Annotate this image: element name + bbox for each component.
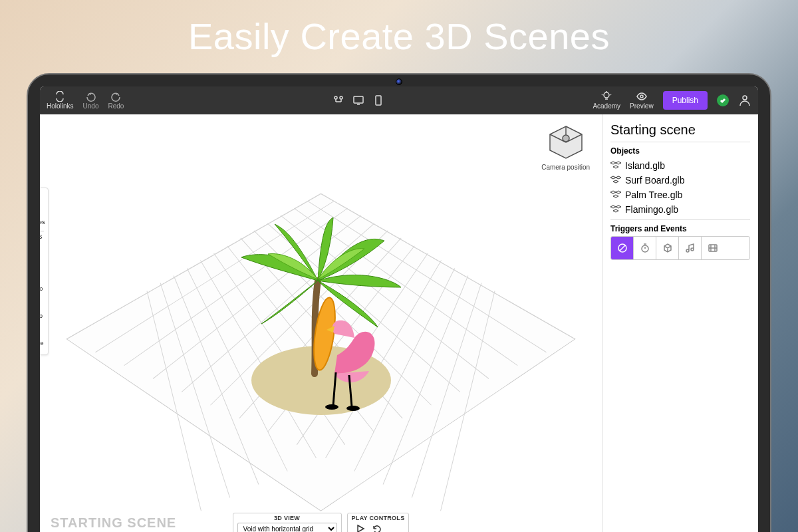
camera-position-gizmo[interactable]: Camera position — [541, 122, 590, 171]
hero-headline: Easily Create 3D Scenes — [0, 15, 798, 58]
svg-point-4 — [604, 92, 609, 98]
brand-logo[interactable]: Hololinks — [47, 91, 74, 110]
academy-button[interactable]: Academy — [593, 91, 620, 110]
divider — [610, 219, 750, 220]
add-image-label: Add image — [40, 340, 44, 346]
upload-files-button[interactable]: Upload files — [40, 202, 45, 229]
left-toolbar: Upload Upload files Libraries Add 3D Add… — [40, 188, 49, 355]
headset-icon — [333, 95, 344, 106]
svg-rect-3 — [376, 96, 381, 105]
triggers-toolbar — [610, 236, 750, 260]
vr-preview[interactable] — [333, 95, 344, 106]
restart-icon[interactable] — [372, 524, 381, 532]
academy-label: Academy — [593, 102, 620, 110]
redo-button[interactable]: Redo — [108, 91, 124, 110]
object-label: Palm Tree.glb — [625, 190, 682, 200]
add-image-button[interactable]: Add image — [40, 323, 45, 350]
lightbulb-icon — [601, 91, 612, 102]
mobile-preview[interactable] — [373, 95, 384, 106]
undo-label: Undo — [83, 102, 99, 110]
trigger-audio[interactable] — [679, 237, 702, 259]
save-status-indicator — [717, 94, 729, 106]
scene-name-overlay: STARTING SCENE — [51, 515, 176, 531]
object-item[interactable]: Surf Board.glb — [610, 173, 750, 188]
mesh-icon — [610, 190, 621, 200]
add-3d-button[interactable]: Add 3D — [40, 241, 45, 269]
desktop-preview[interactable] — [353, 95, 364, 106]
view-mode-select[interactable]: Void with horizontal grid — [237, 523, 337, 532]
eye-icon — [636, 91, 647, 102]
app-screen: Hololinks Undo Redo — [40, 86, 758, 532]
divider — [40, 231, 44, 231]
svg-point-0 — [334, 96, 337, 99]
add-video-button[interactable]: Add video — [40, 296, 45, 323]
libraries-header: Libraries — [40, 233, 45, 240]
play-icon[interactable] — [356, 524, 365, 532]
object-item[interactable]: Island.glb — [610, 158, 750, 173]
phone-icon — [373, 95, 384, 106]
user-icon — [738, 94, 751, 107]
undo-icon — [86, 91, 96, 102]
laptop-camera — [396, 78, 402, 85]
svg-rect-2 — [354, 96, 363, 103]
scene-objects — [221, 207, 421, 427]
workspace: Camera position Upload Upload files Libr… — [40, 114, 758, 532]
add-video-label: Add video — [40, 313, 43, 319]
trigger-object[interactable] — [656, 237, 679, 259]
object-item[interactable]: Flamingo.glb — [610, 202, 750, 217]
viewport-footer: 3D VIEW Void with horizontal grid PLAY C… — [233, 513, 410, 532]
objects-section-label: Objects — [610, 146, 750, 156]
play-controls-label: PLAY CONTROLS — [352, 515, 405, 521]
object-label: Island.glb — [625, 160, 665, 171]
trigger-timer[interactable] — [634, 237, 656, 259]
trigger-video[interactable] — [702, 237, 724, 259]
svg-point-11 — [346, 406, 360, 411]
svg-point-12 — [334, 321, 345, 331]
triggers-section-label: Triggers and Events — [610, 224, 750, 233]
monitor-icon — [353, 95, 364, 106]
divider — [610, 142, 750, 142]
camera-gizmo-label: Camera position — [541, 164, 590, 171]
svg-point-6 — [743, 96, 747, 100]
mesh-icon — [610, 175, 621, 186]
3d-view-selector: 3D VIEW Void with horizontal grid — [233, 513, 342, 532]
svg-point-10 — [325, 404, 338, 410]
svg-point-1 — [340, 96, 342, 99]
add-audio-label: Add audio — [40, 286, 43, 292]
brand-label: Hololinks — [47, 102, 74, 110]
object-item[interactable]: Palm Tree.glb — [610, 188, 750, 202]
play-controls-box: PLAY CONTROLS — [347, 513, 410, 532]
svg-point-14 — [563, 135, 569, 142]
trigger-none[interactable] — [611, 237, 634, 259]
undo-button[interactable]: Undo — [83, 91, 99, 110]
user-menu[interactable] — [738, 94, 751, 107]
hololinks-logo-icon — [55, 91, 65, 102]
top-toolbar: Hololinks Undo Redo — [40, 86, 758, 114]
laptop-frame: Hololinks Undo Redo — [27, 73, 771, 532]
add-audio-button[interactable]: Add audio — [40, 269, 45, 296]
upload-header: Upload — [40, 194, 45, 201]
redo-icon — [110, 91, 121, 102]
upload-files-label: Upload files — [40, 219, 45, 225]
inspector-panel: Starting scene Objects Island.glb Surf B… — [602, 114, 758, 532]
check-icon — [720, 97, 726, 104]
mesh-icon — [610, 160, 621, 171]
device-preview-group — [333, 95, 384, 106]
preview-button[interactable]: Preview — [630, 91, 654, 110]
svg-point-5 — [640, 95, 643, 98]
redo-label: Redo — [108, 102, 124, 110]
3d-view-label: 3D VIEW — [237, 515, 337, 521]
scene-title: Starting scene — [610, 122, 750, 138]
preview-label: Preview — [630, 102, 654, 110]
mesh-icon — [610, 204, 621, 215]
object-label: Surf Board.glb — [625, 175, 685, 186]
3d-viewport[interactable]: Camera position Upload Upload files Libr… — [40, 114, 602, 532]
publish-button[interactable]: Publish — [663, 91, 708, 110]
object-label: Flamingo.glb — [625, 204, 678, 215]
